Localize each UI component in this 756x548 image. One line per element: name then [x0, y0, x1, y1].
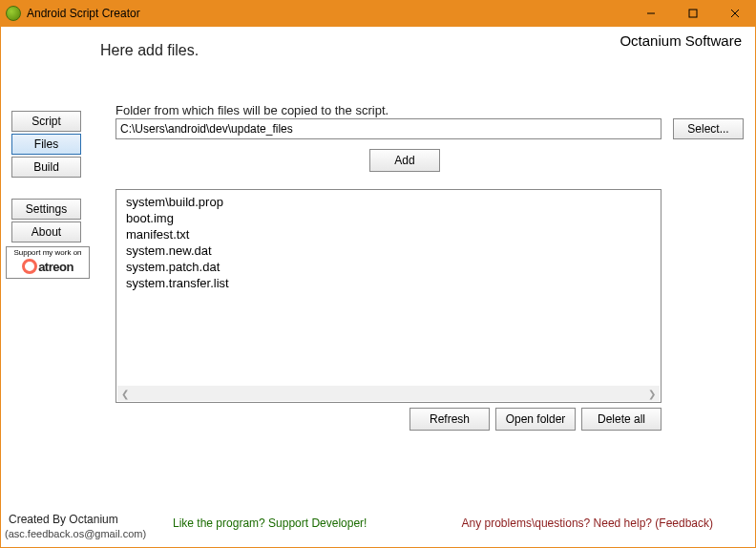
file-item[interactable]: system\build.prop — [126, 194, 651, 210]
feedback-link[interactable]: Any problems\questions? Need help? (Feed… — [462, 516, 713, 530]
svg-rect-8 — [61, 419, 160, 509]
add-button[interactable]: Add — [369, 149, 440, 172]
patreon-word: atreon — [38, 261, 74, 273]
svg-line-4 — [66, 368, 75, 388]
delete-all-button[interactable]: Delete all — [581, 408, 662, 431]
patreon-icon — [22, 259, 37, 274]
file-item[interactable]: system.transfer.list — [126, 275, 651, 291]
refresh-button[interactable]: Refresh — [410, 408, 490, 431]
scroll-right-icon[interactable]: ❯ — [648, 386, 656, 402]
feedback-email: (asc.feedback.os@gmail.com) — [5, 528, 146, 539]
folder-path-input[interactable]: C:\Users\android\dev\update_files — [116, 118, 662, 139]
company-label: Octanium Software — [620, 32, 742, 49]
title-bar: Android Script Creator — [0, 0, 756, 27]
svg-rect-9 — [39, 424, 54, 481]
settings-button[interactable]: Settings — [11, 199, 81, 220]
patreon-badge[interactable]: Support my work on atreon — [6, 246, 90, 279]
about-button[interactable]: About — [11, 221, 81, 242]
select-folder-button[interactable]: Select... — [673, 118, 744, 139]
window-title: Android Script Creator — [27, 7, 140, 20]
created-by-label: Created By Octanium — [9, 513, 118, 526]
svg-point-6 — [83, 396, 88, 401]
tab-build[interactable]: Build — [11, 157, 81, 178]
file-list[interactable]: system\build.prop boot.img manifest.txt … — [116, 189, 662, 403]
minimize-button[interactable] — [630, 0, 672, 27]
maximize-button[interactable] — [672, 0, 714, 27]
scroll-left-icon[interactable]: ❮ — [121, 386, 129, 402]
app-icon — [6, 6, 21, 21]
page-heading: Here add files. — [100, 42, 199, 59]
tab-files[interactable]: Files — [11, 134, 81, 155]
support-developer-link[interactable]: Like the program? Support Developer! — [173, 516, 367, 530]
svg-rect-10 — [168, 424, 183, 481]
svg-rect-1 — [689, 10, 697, 17]
horizontal-scrollbar[interactable]: ❮ ❯ — [117, 386, 660, 401]
file-item[interactable]: manifest.txt — [126, 226, 651, 242]
file-item[interactable]: boot.img — [126, 210, 651, 226]
close-button[interactable] — [714, 0, 756, 27]
tab-script[interactable]: Script — [11, 111, 81, 132]
open-folder-button[interactable]: Open folder — [495, 408, 576, 431]
folder-label: Folder from which files will be copied t… — [116, 103, 388, 117]
patreon-top-text: Support my work on — [9, 249, 87, 257]
file-item[interactable]: system.patch.dat — [126, 259, 651, 275]
file-item[interactable]: system.new.dat — [126, 242, 651, 259]
